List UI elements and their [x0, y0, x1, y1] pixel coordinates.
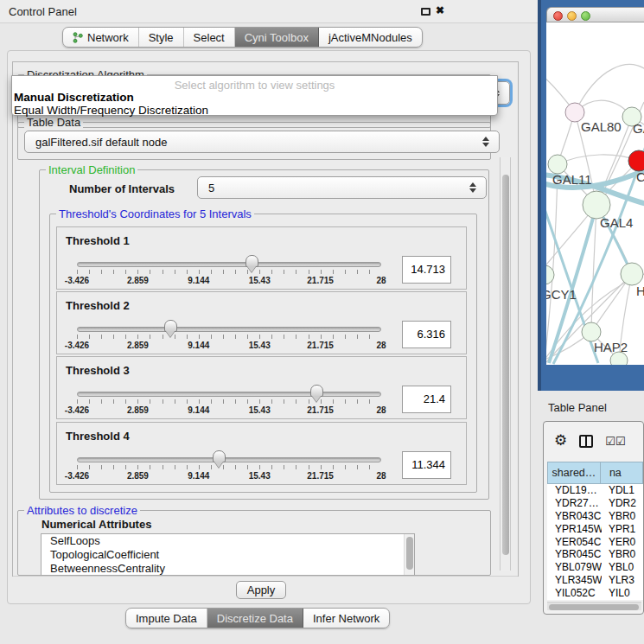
- traffic-close-icon[interactable]: [553, 11, 563, 21]
- float-window-icon[interactable]: [421, 8, 430, 16]
- table-data-value: galFiltered.sif default node: [35, 136, 167, 149]
- table-cell[interactable]: YER054C: [547, 536, 602, 549]
- list-item[interactable]: TopologicalCoefficient: [41, 548, 414, 562]
- table-cell[interactable]: YDL1: [602, 484, 643, 497]
- threshold-2-value-field[interactable]: 6.316: [402, 321, 451, 348]
- tab-jactivemnodules[interactable]: jActiveMNodules: [319, 28, 422, 47]
- table-cell[interactable]: YDR27…: [547, 497, 602, 510]
- threshold-1-slider[interactable]: -3.4262.8599.14415.4321.71528: [77, 258, 381, 288]
- table-data-combobox[interactable]: galFiltered.sif default node: [24, 131, 500, 153]
- table-cell[interactable]: YBL079W: [547, 561, 602, 574]
- tab-style[interactable]: Style: [139, 28, 184, 47]
- traffic-minimize-icon[interactable]: [567, 11, 577, 21]
- table-rows: YDL19…YDL1YDR27…YDR2YBR043CYBR0YPR145WYP…: [547, 484, 643, 600]
- tick-label: 9.144: [188, 471, 209, 481]
- table-row[interactable]: YLR345WYLR3: [547, 574, 643, 587]
- table-row[interactable]: YIL052CYIL0: [547, 587, 643, 600]
- slider-handle[interactable]: [310, 385, 323, 397]
- table-cell[interactable]: YIL0: [602, 587, 643, 600]
- number-of-intervals-spinner[interactable]: 5: [197, 176, 487, 199]
- table-hscrollbar[interactable]: [547, 602, 641, 610]
- table-cell[interactable]: YDL19…: [547, 484, 602, 497]
- tick-label: -3.426: [65, 405, 89, 415]
- table-cell[interactable]: YIL052C: [547, 587, 602, 600]
- tab-cyni-toolbox[interactable]: Cyni Toolbox: [235, 28, 319, 47]
- table-cell[interactable]: YLR345W: [547, 574, 602, 587]
- threshold-3-slider[interactable]: -3.4262.8599.14415.4321.71528: [77, 388, 381, 418]
- table-row[interactable]: YDR27…YDR2: [547, 497, 643, 510]
- list-scrollbar-thumb[interactable]: [406, 537, 413, 570]
- slider-handle[interactable]: [213, 450, 226, 462]
- dropdown-option-manual[interactable]: Manual Discretization: [14, 91, 134, 104]
- label-ga-partial: GA: [633, 121, 644, 136]
- tab-discretize-data[interactable]: Discretize Data: [207, 609, 303, 628]
- apply-button[interactable]: Apply: [236, 581, 286, 599]
- tick-label: 2.859: [127, 341, 149, 350]
- tick-label: 15.43: [249, 341, 271, 350]
- column-header-shared[interactable]: shared…: [547, 462, 601, 484]
- checkbox-icons[interactable]: ☑☑: [605, 435, 625, 448]
- dropdown-option-equal-width[interactable]: Equal Width/Frequency Discretization: [14, 104, 208, 117]
- list-item[interactable]: SelfLoops: [41, 534, 414, 548]
- threshold-4-value-field[interactable]: 11.344: [402, 451, 451, 479]
- threshold-3-value-field[interactable]: 21.4: [402, 386, 451, 413]
- node-h[interactable]: [621, 263, 643, 285]
- slider-track[interactable]: [77, 457, 381, 462]
- column-header-name[interactable]: na: [601, 462, 643, 484]
- table-row[interactable]: YBR043CYBR0: [547, 510, 643, 523]
- tick-label: 21.715: [307, 471, 334, 481]
- network-canvas[interactable]: GAL80 GA C GAL11 GAL4 GCY1 H HAP2: [546, 22, 644, 365]
- table-row[interactable]: YER054CYER0: [547, 536, 643, 549]
- threshold-2-panel: Threshold 2 -3.4262.8599.14415.4321.7152…: [56, 291, 467, 354]
- traffic-zoom-icon[interactable]: [581, 11, 590, 21]
- table-row[interactable]: YDL19…YDL1: [547, 484, 643, 497]
- label-gal4: GAL4: [600, 215, 633, 230]
- table-hscrollbar-thumb[interactable]: [549, 604, 639, 610]
- panel-title: Control Panel: [9, 5, 77, 18]
- panel-scrollbar[interactable]: [500, 157, 511, 571]
- table-row[interactable]: YBL079WYBL0: [547, 561, 643, 574]
- threshold-1-value-field[interactable]: 14.713: [402, 256, 451, 284]
- table-cell[interactable]: YDR2: [602, 497, 643, 510]
- table-cell[interactable]: YBR043C: [547, 510, 602, 523]
- panel-scrollbar-thumb[interactable]: [502, 175, 509, 555]
- tab-network[interactable]: Network: [63, 28, 139, 47]
- slider-handle[interactable]: [245, 255, 258, 267]
- table-row[interactable]: YBR045CYBR0: [547, 548, 643, 561]
- slider-track[interactable]: [77, 327, 381, 332]
- split-view-icon[interactable]: [579, 435, 593, 448]
- table-cell[interactable]: YBR0: [602, 510, 643, 523]
- threshold-1-panel: Threshold 1 -3.4262.8599.14415.4321.7152…: [56, 226, 467, 290]
- table-cell[interactable]: YBR0: [602, 548, 643, 561]
- slider-handle[interactable]: [164, 320, 177, 332]
- tab-impute-data[interactable]: Impute Data: [126, 609, 207, 628]
- node-gal11[interactable]: [548, 155, 567, 174]
- network-tab-icon: [73, 32, 83, 43]
- table-cell[interactable]: YPR145W: [547, 523, 602, 536]
- tab-select[interactable]: Select: [184, 28, 235, 47]
- close-icon[interactable]: ✖: [436, 4, 444, 16]
- list-item[interactable]: BetweennessCentrality: [41, 562, 414, 576]
- tick-label: 28: [376, 471, 386, 481]
- slider-track[interactable]: [77, 262, 381, 267]
- table-cell[interactable]: YPR1: [602, 523, 643, 536]
- table-cell[interactable]: YBR045C: [547, 548, 602, 561]
- threshold-2-slider[interactable]: -3.4262.8599.14415.4321.71528: [77, 323, 381, 353]
- table-data-group-label: Table Data: [24, 116, 83, 129]
- numerical-attributes-list[interactable]: SelfLoopsTopologicalCoefficientBetweenne…: [41, 533, 415, 576]
- list-scrollbar[interactable]: [404, 534, 414, 575]
- tick-label: -3.426: [65, 341, 89, 350]
- tab-infer-network[interactable]: Infer Network: [303, 609, 389, 628]
- table-cell[interactable]: YLR3: [602, 574, 643, 587]
- threshold-4-slider[interactable]: -3.4262.8599.14415.4321.71528: [77, 454, 381, 483]
- tick-label: -3.426: [65, 276, 89, 285]
- table-cell[interactable]: YER0: [602, 536, 643, 549]
- table-row[interactable]: YPR145WYPR1: [547, 523, 643, 536]
- tick-label: 2.859: [127, 276, 149, 285]
- threshold-4-panel: Threshold 4 -3.4262.8599.14415.4321.7152…: [56, 422, 467, 485]
- tick-label: -3.426: [65, 471, 89, 481]
- slider-track[interactable]: [77, 392, 381, 397]
- gear-icon[interactable]: ⚙: [554, 433, 567, 449]
- node-hap2[interactable]: [582, 322, 601, 341]
- table-cell[interactable]: YBL0: [602, 561, 643, 574]
